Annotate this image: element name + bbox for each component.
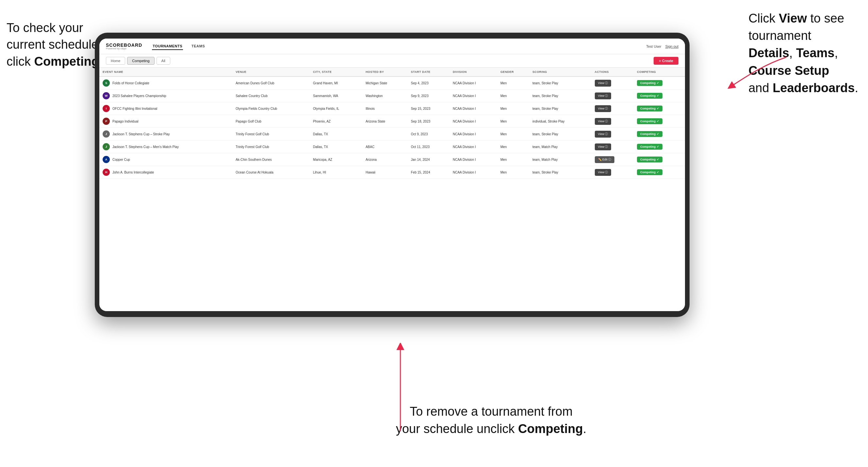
filter-competing-button[interactable]: Competing (127, 57, 154, 65)
brand-title: SCOREBOARD (106, 43, 142, 48)
competing-button[interactable]: Competing ✓ (637, 105, 662, 112)
competing-button[interactable]: Competing ✓ (637, 157, 662, 162)
view-button[interactable]: View ⓘ (595, 92, 612, 99)
filter-home-button[interactable]: Home (106, 57, 125, 65)
hosted-by-cell: Illinois (363, 102, 408, 115)
edit-button[interactable]: ✏️ Edit ⓘ (595, 156, 615, 163)
event-name-cell: J Jackson T. Stephens Cup – Stroke Play (99, 128, 232, 141)
hosted-by-cell: Michigan State (363, 76, 408, 90)
division-cell: NCAA Division I (450, 141, 497, 153)
hosted-by-cell (363, 128, 408, 141)
team-logo: P (103, 118, 110, 125)
view-button[interactable]: View ⓘ (595, 131, 612, 137)
division-cell: NCAA Division I (450, 166, 497, 179)
tablet-frame: SCOREBOARD Powered by clippi TOURNAMENTS… (95, 33, 689, 317)
filter-all-button[interactable]: All (157, 57, 170, 65)
competing-cell: Competing ✓ (634, 115, 685, 128)
nav-teams[interactable]: TEAMS (191, 43, 206, 50)
view-button[interactable]: View ⓘ (595, 80, 612, 87)
competing-button[interactable]: Competing ✓ (637, 131, 662, 137)
competing-cell: Competing ✓ (634, 141, 685, 153)
create-button[interactable]: + Create (654, 57, 678, 65)
competing-button[interactable]: Competing ✓ (637, 80, 662, 86)
user-text: Test User (646, 44, 661, 49)
scoring-cell: team, Stroke Play (529, 76, 591, 90)
table-header: EVENT NAME VENUE CITY, STATE HOSTED BY S… (99, 68, 685, 76)
view-button[interactable]: View ⓘ (595, 105, 612, 112)
col-event-name: EVENT NAME (99, 68, 232, 76)
event-name: Folds of Honor Collegiate (113, 82, 149, 85)
col-competing: COMPETING (634, 68, 685, 76)
scoring-cell: team, Match Play (529, 141, 591, 153)
start-date-cell: Oct 9, 2023 (407, 128, 450, 141)
team-logo: H (103, 168, 110, 176)
tablet-screen: SCOREBOARD Powered by clippi TOURNAMENTS… (99, 38, 685, 311)
tournaments-table: EVENT NAME VENUE CITY, STATE HOSTED BY S… (99, 68, 685, 179)
navbar: SCOREBOARD Powered by clippi TOURNAMENTS… (99, 38, 685, 54)
view-button[interactable]: View ⓘ (595, 118, 612, 125)
hosted-by-cell: Hawaii (363, 166, 408, 179)
col-start-date: START DATE (407, 68, 450, 76)
competing-button[interactable]: Competing ✓ (637, 118, 662, 124)
table-row: H John A. Burns Intercollegiate Ocean Co… (99, 166, 685, 179)
venue-cell: Ak-Chin Southern Dunes (232, 153, 310, 166)
scoring-cell: individual, Stroke Play (529, 115, 591, 128)
competing-button[interactable]: Competing ✓ (637, 169, 662, 175)
venue-cell: Papago Golf Club (232, 115, 310, 128)
nav-tournaments[interactable]: TOURNAMENTS (152, 43, 183, 50)
table-body: S Folds of Honor Collegiate American Dun… (99, 76, 685, 179)
venue-cell: Olympia Fields Country Club (232, 102, 310, 115)
scoring-cell: team, Stroke Play (529, 128, 591, 141)
competing-cell: Competing ✓ (634, 76, 685, 90)
actions-cell: View ⓘ (591, 90, 634, 102)
event-name-cell: J Jackson T. Stephens Cup – Men's Match … (99, 141, 232, 153)
col-hosted-by: HOSTED BY (363, 68, 408, 76)
col-division: DIVISION (450, 68, 497, 76)
start-date-cell: Jan 14, 2024 (407, 153, 450, 166)
col-actions: ACTIONS (591, 68, 634, 76)
city-state-cell: Dallas, TX (310, 141, 363, 153)
event-name: Jackson T. Stephens Cup – Men's Match Pl… (113, 145, 179, 149)
competing-button[interactable]: Competing ✓ (637, 144, 662, 150)
gender-cell: Men (497, 102, 529, 115)
col-gender: GENDER (497, 68, 529, 76)
col-scoring: SCORING (529, 68, 591, 76)
event-name-cell: P Papago Individual (99, 115, 232, 128)
competing-cell: Competing ✓ (634, 90, 685, 102)
gender-cell: Men (497, 128, 529, 141)
venue-cell: Trinity Forest Golf Club (232, 141, 310, 153)
hosted-by-cell: ABAC (363, 141, 408, 153)
start-date-cell: Sep 4, 2023 (407, 76, 450, 90)
col-city-state: CITY, STATE (310, 68, 363, 76)
actions-cell: View ⓘ (591, 128, 634, 141)
table-row: P Papago Individual Papago Golf ClubPhoe… (99, 115, 685, 128)
gender-cell: Men (497, 90, 529, 102)
view-button[interactable]: View ⓘ (595, 144, 612, 150)
team-logo: J (103, 143, 110, 150)
gender-cell: Men (497, 141, 529, 153)
actions-cell: ✏️ Edit ⓘ (591, 153, 634, 166)
event-name: Papago Individual (113, 120, 138, 123)
hosted-by-cell: Arizona State (363, 115, 408, 128)
event-name-cell: H John A. Burns Intercollegiate (99, 166, 232, 179)
competing-button[interactable]: Competing ✓ (637, 93, 662, 99)
team-logo: A (103, 156, 110, 163)
hosted-by-cell: Washington (363, 90, 408, 102)
table-row: J Jackson T. Stephens Cup – Stroke Play … (99, 128, 685, 141)
event-name: Copper Cup (113, 158, 130, 161)
actions-cell: View ⓘ (591, 102, 634, 115)
division-cell: NCAA Division I (450, 115, 497, 128)
event-name: 2023 Sahalee Players Championship (113, 94, 166, 98)
gender-cell: Men (497, 166, 529, 179)
hosted-by-cell: Arizona (363, 153, 408, 166)
division-cell: NCAA Division I (450, 76, 497, 90)
venue-cell: Trinity Forest Golf Club (232, 128, 310, 141)
powered-by-text: Powered by clippi (106, 48, 142, 50)
competing-cell: Competing ✓ (634, 102, 685, 115)
sign-out-link[interactable]: Sign out (665, 44, 678, 49)
actions-cell: View ⓘ (591, 115, 634, 128)
city-state-cell: Olympia Fields, IL (310, 102, 363, 115)
gender-cell: Men (497, 115, 529, 128)
view-button[interactable]: View ⓘ (595, 169, 612, 176)
competing-cell: Competing ✓ (634, 128, 685, 141)
